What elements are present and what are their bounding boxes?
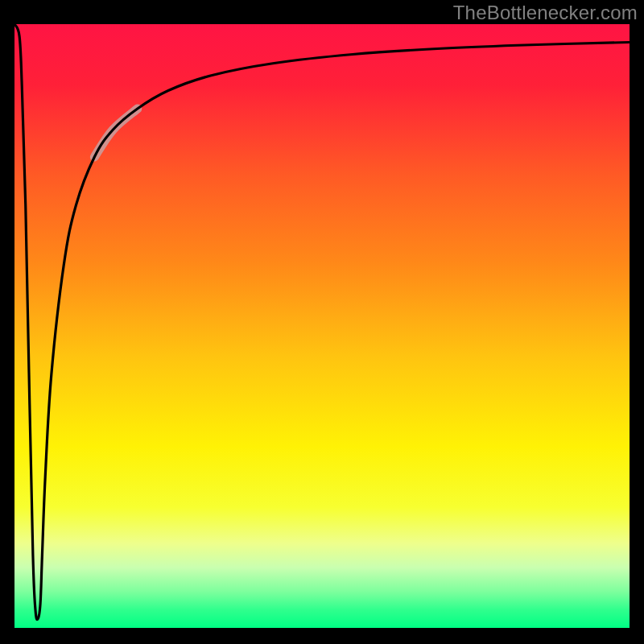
chart-container: TheBottlenecker.com bbox=[0, 0, 644, 644]
attribution-label: TheBottlenecker.com bbox=[453, 2, 638, 24]
plot-frame bbox=[14, 24, 630, 628]
plot-svg bbox=[14, 24, 630, 628]
gradient-background bbox=[14, 24, 630, 628]
